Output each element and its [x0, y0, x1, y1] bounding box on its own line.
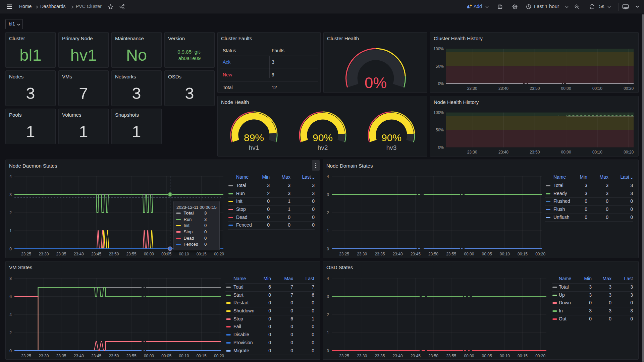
- svg-text:2: 2: [9, 210, 12, 215]
- svg-text:00:15: 00:15: [518, 354, 528, 358]
- svg-text:00:00: 00:00: [144, 354, 154, 358]
- svg-text:3: 3: [9, 192, 12, 197]
- svg-text:00:00: 00:00: [144, 252, 154, 256]
- svg-text:00:15: 00:15: [197, 252, 207, 256]
- svg-text:23:30: 23:30: [357, 252, 367, 256]
- svg-text:0: 0: [327, 349, 329, 353]
- svg-text:00:10: 00:10: [592, 86, 602, 91]
- svg-text:1: 1: [9, 229, 12, 233]
- svg-text:6: 6: [9, 294, 12, 299]
- svg-text:23:30: 23:30: [39, 252, 49, 256]
- svg-text:2: 2: [327, 210, 329, 215]
- svg-text:00:00: 00:00: [464, 354, 474, 358]
- svg-text:00:05: 00:05: [482, 354, 492, 358]
- svg-text:0%: 0%: [438, 145, 444, 150]
- svg-text:00:15: 00:15: [197, 354, 207, 358]
- svg-text:0: 0: [327, 247, 329, 251]
- svg-text:00:10: 00:10: [179, 354, 189, 358]
- svg-text:1: 1: [327, 330, 329, 335]
- svg-text:23:45: 23:45: [411, 252, 421, 256]
- svg-text:8: 8: [9, 276, 12, 281]
- svg-text:23:50: 23:50: [109, 252, 119, 256]
- svg-text:23:35: 23:35: [56, 252, 66, 256]
- svg-text:00:00: 00:00: [561, 86, 571, 91]
- svg-text:00:20: 00:20: [624, 150, 634, 155]
- svg-text:90%: 90%: [381, 132, 401, 143]
- svg-text:00:00: 00:00: [464, 252, 474, 256]
- svg-text:hv2: hv2: [318, 144, 328, 151]
- svg-text:23:50: 23:50: [530, 150, 540, 155]
- svg-text:00:10: 00:10: [500, 354, 510, 358]
- svg-text:4: 4: [9, 174, 12, 179]
- svg-text:23:50: 23:50: [428, 252, 438, 256]
- svg-text:23:45: 23:45: [91, 354, 101, 358]
- svg-text:23:30: 23:30: [467, 150, 477, 155]
- svg-text:23:50: 23:50: [530, 86, 540, 91]
- svg-text:0: 0: [9, 349, 12, 353]
- svg-text:00:20: 00:20: [214, 252, 224, 256]
- svg-text:23:40: 23:40: [393, 354, 403, 358]
- svg-text:23:30: 23:30: [39, 354, 49, 358]
- svg-text:2: 2: [9, 330, 12, 335]
- svg-text:50%: 50%: [436, 64, 444, 69]
- svg-text:23:45: 23:45: [91, 252, 101, 256]
- svg-text:23:25: 23:25: [21, 354, 31, 358]
- svg-text:23:30: 23:30: [467, 86, 477, 91]
- svg-text:23:40: 23:40: [393, 252, 403, 256]
- svg-text:23:25: 23:25: [21, 252, 31, 256]
- svg-text:100%: 100%: [433, 110, 444, 115]
- svg-text:4: 4: [327, 276, 329, 281]
- svg-text:23:55: 23:55: [446, 354, 456, 358]
- svg-text:23:55: 23:55: [126, 354, 137, 358]
- svg-text:00:20: 00:20: [535, 252, 545, 256]
- svg-text:hv3: hv3: [386, 144, 397, 151]
- svg-text:90%: 90%: [313, 132, 333, 143]
- svg-text:0%: 0%: [438, 81, 444, 86]
- svg-text:23:30: 23:30: [357, 354, 367, 358]
- svg-text:23:40: 23:40: [498, 86, 508, 91]
- svg-text:00:15: 00:15: [518, 252, 528, 256]
- svg-text:4: 4: [327, 174, 329, 179]
- svg-text:00:10: 00:10: [592, 150, 602, 155]
- svg-text:23:35: 23:35: [56, 354, 66, 358]
- svg-text:00:05: 00:05: [482, 252, 492, 256]
- svg-text:2: 2: [327, 312, 329, 317]
- svg-text:00:20: 00:20: [535, 354, 545, 358]
- svg-text:4: 4: [9, 312, 12, 317]
- svg-text:00:10: 00:10: [500, 252, 510, 256]
- svg-text:23:40: 23:40: [74, 252, 84, 256]
- svg-text:23:55: 23:55: [126, 252, 137, 256]
- svg-text:00:05: 00:05: [161, 252, 171, 256]
- svg-text:0%: 0%: [365, 74, 387, 92]
- svg-text:00:05: 00:05: [161, 354, 171, 358]
- svg-text:3: 3: [327, 192, 329, 197]
- svg-text:23:25: 23:25: [339, 354, 349, 358]
- svg-text:23:50: 23:50: [428, 354, 438, 358]
- svg-text:0: 0: [9, 247, 12, 251]
- svg-text:23:35: 23:35: [375, 252, 385, 256]
- svg-text:100%: 100%: [433, 47, 444, 51]
- svg-text:00:20: 00:20: [624, 86, 634, 91]
- svg-text:89%: 89%: [244, 132, 264, 143]
- svg-text:23:25: 23:25: [339, 252, 349, 256]
- svg-text:00:10: 00:10: [179, 252, 189, 256]
- svg-text:1: 1: [327, 229, 329, 233]
- svg-text:23:40: 23:40: [74, 354, 84, 358]
- svg-text:23:35: 23:35: [375, 354, 385, 358]
- svg-text:00:00: 00:00: [561, 150, 571, 155]
- svg-text:23:45: 23:45: [411, 354, 421, 358]
- svg-text:23:40: 23:40: [498, 150, 508, 155]
- svg-text:50%: 50%: [436, 128, 444, 132]
- svg-text:hv1: hv1: [249, 144, 259, 151]
- svg-text:23:50: 23:50: [109, 354, 119, 358]
- svg-text:3: 3: [327, 294, 329, 299]
- svg-text:23:55: 23:55: [446, 252, 456, 256]
- svg-text:00:20: 00:20: [214, 354, 224, 358]
